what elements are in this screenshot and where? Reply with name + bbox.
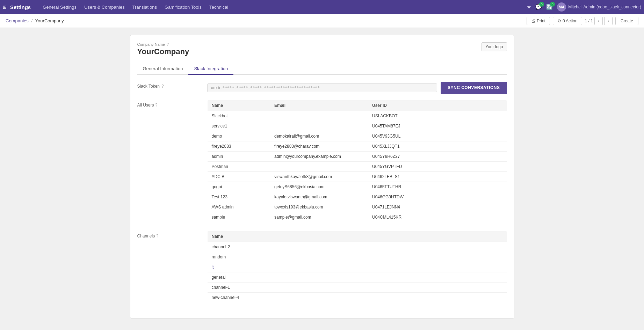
token-row: xoxb-*****-*****-*****-*****************… [207,82,507,94]
user-name-cell: AWS admin [207,202,270,212]
channels-help-icon[interactable]: ? [156,234,159,239]
create-button[interactable]: Create [615,17,638,25]
table-row[interactable]: Test 123 kayalotviswanth@gmail.com U046G… [207,192,507,202]
slack-token-row: Slack Token ? xoxb-*****-*****-*****-***… [137,82,507,94]
breadcrumb: Companies / YourCompany [6,18,64,23]
user-name-cell: demo [207,131,270,141]
breadcrumb-current: YourCompany [35,18,64,23]
slack-token-label: Slack Token ? [137,82,207,89]
prev-page-button[interactable]: ‹ [594,17,603,25]
channel-name-cell: channel-1 [207,282,507,292]
breadcrumb-bar: Companies / YourCompany 🖨 Print ⚙ 0 Acti… [0,14,644,28]
all-users-content: Name Email User ID Slackbot USLACKBOT se… [207,100,507,222]
tab-general-information[interactable]: General Information [137,63,189,75]
nav-links: General Settings Users & Companies Trans… [39,3,525,11]
table-row[interactable]: service1 U045TAM87EJ [207,121,507,131]
channel-name-cell: channel-2 [207,242,507,252]
all-users-help-icon[interactable]: ? [155,103,158,108]
print-button[interactable]: 🖨 Print [527,17,550,25]
user-id-cell: U0471LEJNN4 [368,202,507,212]
chat-badge: 5 [539,2,544,7]
user-name-cell: fireye2883 [207,141,270,151]
breadcrumb-actions: 🖨 Print ⚙ 0 Action 1 / 1 ‹ › Create [527,17,638,25]
user-email-cell: towoxis193@ekbasia.com [270,202,368,212]
channels-label: Channels ? [137,231,207,239]
chat-icon[interactable]: 💬 5 [535,4,542,10]
table-row[interactable]: Postman U045YGVPTFD [207,161,507,171]
nav-users-companies[interactable]: Users & Companies [81,3,128,11]
table-row[interactable]: ADC B viswanthkayalot58@gmail.com U0462L… [207,171,507,182]
breadcrumb-parent[interactable]: Companies [6,18,29,23]
table-row[interactable]: channel-2 [207,242,507,252]
user-name-cell: Postman [207,161,270,171]
app-name: Settings [10,4,31,10]
nav-general-settings[interactable]: General Settings [39,3,80,11]
user-id-cell: U04CML415KR [368,212,507,222]
user-name-cell: sample [207,212,270,222]
user-email-cell: sample@gmail.com [270,212,368,222]
user-id-cell: U045TAM87EJ [368,121,507,131]
refresh-icon[interactable]: 🔄 3 [546,4,553,10]
tab-slack-integration[interactable]: Slack Integration [188,63,233,75]
table-row[interactable]: Slackbot USLACKBOT [207,111,507,121]
table-row[interactable]: channel-1 [207,282,507,292]
user-name-cell: service1 [207,121,270,131]
all-users-label: All Users ? [137,100,207,108]
user-id-cell: U045YGVPTFD [368,161,507,171]
user-id-cell: U045Y8H6Z27 [368,151,507,161]
company-name-help-icon[interactable]: ? [167,42,169,46]
table-row[interactable]: general [207,272,507,282]
main-content: Your logo Company Name ? YourCompany Gen… [0,28,644,325]
channels-table: Name channel-2randomitgeneralchannel-1ne… [207,231,507,303]
slack-token-help-icon[interactable]: ? [161,84,164,89]
company-name-value: YourCompany [137,47,507,56]
star-icon[interactable]: ★ [527,4,531,10]
user-id-cell: U0465TTUTHR [368,182,507,192]
users-table: Name Email User ID Slackbot USLACKBOT se… [207,100,507,222]
user-email-cell [270,121,368,131]
user-name: Mitchell Admin (odoo_slack_connector) [568,5,641,9]
user-email-cell: admin@yourcompany.example.com [270,151,368,161]
table-row[interactable]: demo demokairali@gmail.com U045V93G5UL [207,131,507,141]
user-name-cell: gogoi [207,182,270,192]
nav-translations[interactable]: Translations [129,3,160,11]
user-id-cell: U045XLJJQT1 [368,141,507,151]
users-col-email: Email [270,100,368,111]
table-row[interactable]: admin admin@yourcompany.example.com U045… [207,151,507,161]
table-row[interactable]: gogoi getoyS6856@ekbasia.com U0465TTUTHR [207,182,507,192]
table-row[interactable]: fireye2883 fireye2883@charav.com U045XLJ… [207,141,507,151]
logo-button[interactable]: Your logo [482,42,507,51]
top-navigation: ⊞ Settings General Settings Users & Comp… [0,0,644,14]
table-row[interactable]: AWS admin towoxis193@ekbasia.com U0471LE… [207,202,507,212]
avatar: MA [557,2,566,12]
user-email-cell [270,161,368,171]
company-name-label: Company Name ? [137,42,507,46]
table-row[interactable]: it [207,262,507,272]
grid-icon[interactable]: ⊞ [3,5,7,10]
user-email-cell [270,111,368,121]
next-page-button[interactable]: › [604,17,613,25]
user-name-cell: Test 123 [207,192,270,202]
nav-gamification[interactable]: Gamification Tools [161,3,205,11]
updates-badge: 3 [550,2,555,7]
channel-name-cell: general [207,272,507,282]
channels-section: Channels ? Name channel-2randomitgeneral… [137,231,507,303]
user-id-cell: U046GG9HTDW [368,192,507,202]
user-menu[interactable]: MA Mitchell Admin (odoo_slack_connector) [557,2,641,12]
user-id-cell: U045V93G5UL [368,131,507,141]
user-email-cell: fireye2883@charav.com [270,141,368,151]
tabs: General Information Slack Integration [137,63,507,75]
page-indicator: 1 / 1 [585,19,593,23]
nav-technical[interactable]: Technical [206,3,232,11]
table-row[interactable]: random [207,252,507,262]
channels-col-name: Name [207,231,507,242]
slack-token-field: xoxb-*****-*****-*****-*****************… [207,82,507,94]
cog-icon: ⚙ [557,19,561,23]
table-row[interactable]: sample sample@gmail.com U04CML415KR [207,212,507,222]
action-button[interactable]: ⚙ 0 Action [553,17,582,25]
user-email-cell: getoyS6856@ekbasia.com [270,182,368,192]
table-row[interactable]: new-channel-4 [207,292,507,302]
slack-token-input[interactable]: xoxb-*****-*****-*****-*****************… [207,83,437,92]
users-col-userid: User ID [368,100,507,111]
sync-conversations-button[interactable]: SYNC CONVERSATIONS [441,82,507,94]
